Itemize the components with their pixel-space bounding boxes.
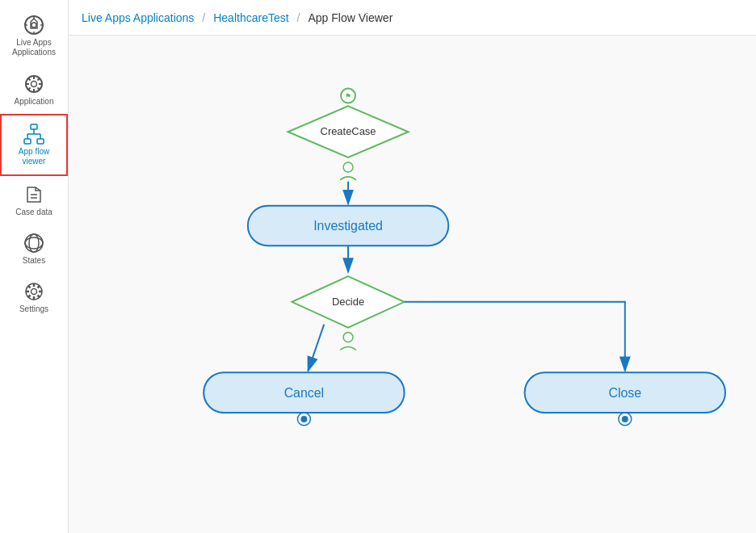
app-flow-viewer-icon [23, 124, 44, 145]
svg-line-34 [28, 296, 31, 298]
svg-line-32 [38, 296, 40, 298]
sidebar-item-settings[interactable]: Settings [0, 273, 68, 321]
svg-line-8 [28, 78, 31, 81]
sidebar: Live AppsApplications Application [0, 0, 69, 533]
sidebar-item-states-label: States [23, 256, 45, 265]
svg-text:Investigated: Investigated [313, 219, 383, 233]
breadcrumb-sep-1: / [202, 11, 205, 24]
svg-text:Decide: Decide [332, 296, 364, 308]
breadcrumb-healthcare-test[interactable]: HealthcareTest [213, 11, 288, 24]
sidebar-item-application-label: Application [15, 97, 54, 106]
main-content: Live Apps Applications / HealthcareTest … [69, 0, 756, 533]
svg-line-33 [38, 286, 40, 288]
states-icon [23, 233, 44, 254]
svg-point-3 [32, 82, 37, 87]
svg-line-31 [28, 286, 31, 288]
sidebar-item-app-flow-viewer-label: App flowviewer [19, 147, 49, 166]
node-investigated: Investigated [248, 206, 448, 246]
breadcrumb-sep-2: / [297, 11, 300, 24]
live-apps-icon [23, 15, 44, 36]
svg-point-53 [622, 416, 628, 422]
svg-rect-13 [24, 139, 31, 144]
svg-point-25 [32, 289, 37, 295]
sidebar-item-app-flow-viewer[interactable]: App flowviewer [0, 114, 68, 176]
svg-text:⚑: ⚑ [345, 92, 351, 100]
arrow-decide-to-close [405, 302, 625, 371]
flow-diagram-svg: CreateCase ⚑ Investigated Decide [69, 36, 756, 533]
svg-text:Close: Close [608, 386, 641, 400]
sidebar-item-application[interactable]: Application [0, 65, 68, 114]
svg-point-1 [32, 23, 36, 27]
svg-line-10 [38, 78, 40, 81]
header: Live Apps Applications / HealthcareTest … [69, 0, 756, 36]
svg-text:Cancel: Cancel [284, 386, 324, 400]
node-decide: Decide [292, 276, 404, 350]
sidebar-item-case-data[interactable]: Case data [0, 176, 68, 225]
sidebar-item-case-data-label: Case data [15, 208, 52, 216]
svg-point-22 [25, 237, 43, 249]
svg-point-40 [343, 162, 353, 172]
svg-line-11 [28, 88, 31, 90]
svg-rect-14 [37, 139, 44, 144]
sidebar-item-states[interactable]: States [0, 225, 68, 273]
breadcrumb-current: App Flow Viewer [309, 11, 393, 24]
case-data-icon [23, 184, 44, 205]
sidebar-item-live-apps[interactable]: Live AppsApplications [0, 6, 68, 65]
breadcrumb-live-apps[interactable]: Live Apps Applications [82, 11, 194, 24]
svg-point-49 [300, 416, 307, 422]
node-cancel: Cancel [204, 372, 404, 426]
application-icon [23, 73, 44, 94]
arrow-decide-to-cancel [308, 325, 324, 371]
node-close: Close [525, 372, 725, 426]
svg-point-45 [343, 333, 353, 342]
sidebar-item-settings-label: Settings [19, 304, 48, 313]
svg-text:CreateCase: CreateCase [321, 125, 376, 137]
flow-canvas: CreateCase ⚑ Investigated Decide [69, 36, 756, 533]
settings-icon [23, 281, 44, 302]
sidebar-item-live-apps-label: Live AppsApplications [12, 38, 56, 57]
svg-line-9 [38, 88, 40, 90]
svg-rect-12 [31, 124, 37, 129]
node-create-case: CreateCase ⚑ [288, 89, 409, 180]
